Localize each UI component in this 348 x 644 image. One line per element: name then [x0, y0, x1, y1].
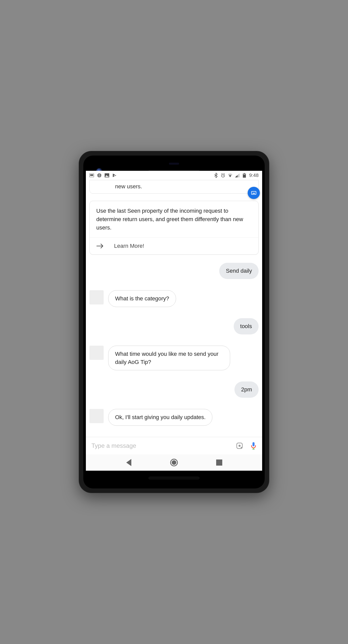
assistant-avatar [89, 409, 104, 423]
assistant-message[interactable]: What is the category? [108, 290, 176, 307]
recents-button[interactable] [215, 458, 223, 467]
assistant-avatar [89, 290, 104, 304]
app-badge-icon [248, 187, 260, 199]
play-check-icon [112, 173, 117, 178]
learn-more-action[interactable]: Learn More! [90, 237, 258, 254]
basketball-icon [97, 173, 102, 178]
home-circle-icon [170, 459, 178, 466]
home-button[interactable] [170, 458, 178, 467]
assistant-avatar [89, 346, 104, 360]
svg-rect-11 [243, 174, 246, 175]
assistant-message[interactable]: What time would you like me to send your… [108, 346, 230, 371]
svg-rect-10 [244, 173, 245, 174]
recents-square-icon [216, 459, 222, 466]
bluetooth-icon [214, 173, 218, 178]
svg-rect-13 [252, 193, 255, 194]
assistant-message[interactable]: Ok, I'll start giving you daily updates. [108, 409, 212, 426]
user-message[interactable]: Send daily [219, 263, 259, 279]
tip-card-partial-text: new users. [115, 183, 142, 190]
android-nav-bar [86, 454, 262, 471]
chat-area[interactable]: new users. Use the last Seen property of… [86, 180, 262, 437]
proximity-sensor [169, 163, 179, 165]
svg-point-15 [239, 445, 241, 447]
phone-bezel: 9:48 new users. Use the last Seen proper… [83, 156, 265, 488]
cell-signal-icon [235, 173, 240, 178]
message-input[interactable] [91, 442, 236, 449]
status-right: 9:48 [214, 173, 259, 178]
svg-rect-17 [252, 442, 255, 446]
learn-more-label: Learn More! [114, 243, 144, 249]
photo-icon [105, 173, 109, 178]
bottom-speaker [149, 477, 199, 479]
tip-card[interactable]: Use the last Seen property of the incomi… [89, 201, 259, 255]
cast-icon [89, 173, 94, 178]
svg-rect-1 [90, 174, 93, 176]
mic-icon[interactable] [250, 442, 257, 450]
tip-card-partial[interactable]: new users. [89, 180, 259, 194]
lens-icon[interactable] [236, 442, 243, 450]
tip-card-body: Use the last Seen property of the incomi… [90, 201, 258, 237]
status-left [89, 173, 117, 178]
message-row: 2pm [89, 381, 259, 398]
message-row: Ok, I'll start giving you daily updates. [89, 409, 259, 426]
svg-point-16 [241, 447, 242, 448]
status-bar: 9:48 [86, 171, 262, 180]
user-message[interactable]: 2pm [234, 381, 259, 398]
input-actions [236, 442, 257, 450]
back-button[interactable] [125, 458, 133, 467]
wifi-icon [228, 173, 232, 178]
message-input-bar [86, 437, 262, 454]
user-message[interactable]: tools [234, 318, 259, 334]
message-row: tools [89, 318, 259, 334]
status-time: 9:48 [249, 173, 259, 178]
message-row: What is the category? [89, 290, 259, 307]
alarm-icon [221, 173, 225, 178]
message-row: What time would you like me to send your… [89, 346, 259, 371]
battery-icon [242, 173, 247, 178]
arrow-right-icon [96, 243, 104, 249]
back-triangle-icon [126, 459, 131, 466]
svg-marker-8 [235, 175, 238, 177]
phone-frame: 9:48 new users. Use the last Seen proper… [79, 151, 269, 493]
message-row: Send daily [89, 263, 259, 279]
screen: 9:48 new users. Use the last Seen proper… [86, 171, 262, 471]
